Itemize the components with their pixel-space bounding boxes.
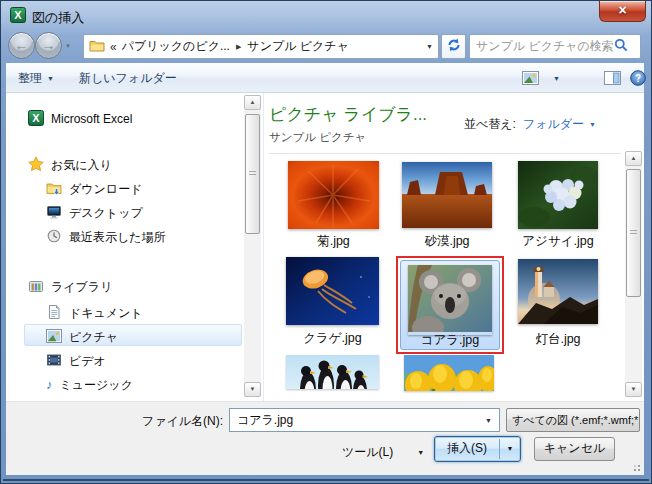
back-button[interactable]: ← [8,32,35,59]
refresh-icon [446,37,462,56]
filename-input[interactable]: コアラ.jpg ▼ [229,408,500,432]
refresh-button[interactable] [441,34,466,59]
search-placeholder: サンプル ピクチャの検索 [476,38,614,55]
libraries-icon [28,278,44,297]
close-button[interactable]: × [599,1,646,22]
jellyfish-thumbnail[interactable] [286,257,379,325]
sidebar-item-label: デスクトップ [69,205,143,222]
tools-dropdown-icon: ▼ [417,449,424,456]
resize-grip-icon[interactable] [630,461,641,472]
sidebar-item-music[interactable]: ♪ ミュージック [46,375,133,395]
forward-button[interactable]: → [35,32,62,59]
organize-dropdown-icon: ▼ [47,75,54,82]
views-dropdown-icon[interactable]: ▼ [553,75,560,82]
file-label[interactable]: コアラ.jpg [401,332,499,349]
views-button[interactable] [522,71,539,88]
pane-divider [263,93,264,401]
insert-button[interactable]: 挿入(S) [435,437,499,461]
back-arrow-icon: ← [15,37,29,53]
file-label[interactable]: 砂漠.jpg [402,233,492,250]
breadcrumb-separator-icon[interactable]: ▶ [235,43,242,51]
insert-split-button[interactable]: 挿入(S) ▼ [434,436,521,462]
filename-label: ファイル名(N): [101,413,223,430]
scroll-up-icon[interactable]: ▲ [625,151,642,166]
sidebar-item-desktop[interactable]: デスクトップ [46,203,143,223]
command-toolbar: 整理 ▼ 新しいフォルダー ▼ ? [6,63,644,93]
koala-thumbnail[interactable] [408,265,492,335]
sidebar-item-label: ライブラリ [51,279,112,296]
breadcrumb-current[interactable]: サンプル ピクチャ [247,38,349,55]
excel-app-icon: X [10,7,26,26]
sidebar-item-downloads[interactable]: ダウンロード [46,179,142,199]
sort-dropdown-icon: ▼ [589,121,596,128]
breadcrumb-overflow[interactable]: « [110,40,117,54]
preview-pane-button[interactable] [604,71,621,88]
header-divider [269,153,621,154]
star-icon [28,156,44,175]
insert-dropdown-icon[interactable]: ▼ [500,437,520,461]
insert-picture-dialog: X 図の挿入 × ← → ▼ « パブリックのピク... ▶ サンプル ピクチャ… [0,0,652,484]
new-folder-button[interactable]: 新しいフォルダー [79,70,177,87]
title-bar[interactable]: X 図の挿入 × [1,1,651,31]
chrysanthemum-thumbnail[interactable] [288,161,379,229]
penguins-thumbnail[interactable] [286,355,379,389]
sidebar-item-libraries[interactable]: ライブラリ [28,277,112,297]
recent-pages-dropdown[interactable]: ▼ [65,43,71,49]
filename-dropdown-icon[interactable]: ▼ [485,417,492,424]
forward-arrow-icon: → [42,37,56,53]
filetype-dropdown[interactable]: すべての図 (*.emf;*.wmf;*.j ▼ [506,408,640,432]
file-label[interactable]: 菊.jpg [288,233,379,250]
sidebar-item-favorites[interactable]: お気に入り [28,155,112,175]
pictures-icon [46,329,62,346]
music-icon: ♪ [46,379,53,391]
sidebar-item-label: ミュージック [60,377,133,394]
file-label[interactable]: クラゲ.jpg [286,330,379,347]
library-subtitle: サンプル ピクチャ [269,130,366,145]
sort-by-dropdown[interactable]: フォルダー ▼ [523,116,596,133]
scroll-down-icon[interactable]: ▼ [244,382,261,397]
scroll-up-icon[interactable]: ▲ [244,95,261,110]
scrollbar-thumb[interactable] [626,169,641,297]
hydrangea-thumbnail[interactable] [518,161,598,229]
sidebar-item-recent-places[interactable]: 最近表示した場所 [46,227,166,247]
cancel-button[interactable]: キャンセル [534,437,615,461]
sidebar-item-microsoft-excel[interactable]: X Microsoft Excel [28,109,132,129]
sidebar-item-videos[interactable]: ビデオ [46,351,106,371]
downloads-folder-icon [46,180,62,199]
search-icon [614,38,628,55]
sidebar-item-documents[interactable]: ドキュメント [46,303,143,323]
documents-icon [46,304,62,323]
lighthouse-thumbnail[interactable] [518,259,598,324]
tools-menu-button[interactable]: ツール(L) ▼ [342,444,424,461]
sidebar-item-pictures[interactable]: ピクチャ [46,327,118,347]
tulips-thumbnail[interactable] [404,355,494,391]
dialog-footer: ファイル名(N): コアラ.jpg ▼ すべての図 (*.emf;*.wmf;*… [6,401,644,475]
scroll-down-icon[interactable]: ▼ [625,382,642,397]
excel-icon: X [28,110,44,129]
search-box[interactable]: サンプル ピクチャの検索 [469,34,641,59]
help-button[interactable]: ? [630,70,646,89]
scrollbar-thumb[interactable] [245,114,260,234]
selected-file-koala[interactable]: コアラ.jpg [400,260,500,350]
sidebar-item-label: Microsoft Excel [51,112,132,126]
address-dropdown-icon[interactable]: ▼ [426,43,433,50]
sidebar-item-label: お気に入り [51,157,112,174]
svg-text:X: X [14,9,22,21]
sidebar-item-label: ドキュメント [69,305,143,322]
desktop-icon [46,204,62,223]
file-label[interactable]: アジサイ.jpg [510,233,606,250]
file-label[interactable]: 灯台.jpg [510,331,606,348]
content-scrollbar[interactable]: ▲ ▼ [625,151,642,397]
organize-menu-button[interactable]: 整理 ▼ [18,70,54,87]
file-browser-main: X Microsoft Excel お気に入り ダウンロード デスクトップ 最近… [6,93,644,401]
breadcrumb-parent[interactable]: パブリックのピク... [122,38,230,55]
tools-label: ツール(L) [342,444,393,461]
filetype-value: すべての図 (*.emf;*.wmf;*.j [512,413,640,428]
sidebar-item-label: ピクチャ [69,329,118,346]
close-icon: × [618,2,626,18]
sidebar-scrollbar[interactable]: ▲ ▼ [244,95,261,397]
address-bar[interactable]: « パブリックのピク... ▶ サンプル ピクチャ ▼ [83,34,439,59]
desert-thumbnail[interactable] [402,162,492,228]
folder-icon [89,39,105,55]
filename-value: コアラ.jpg [237,412,293,429]
